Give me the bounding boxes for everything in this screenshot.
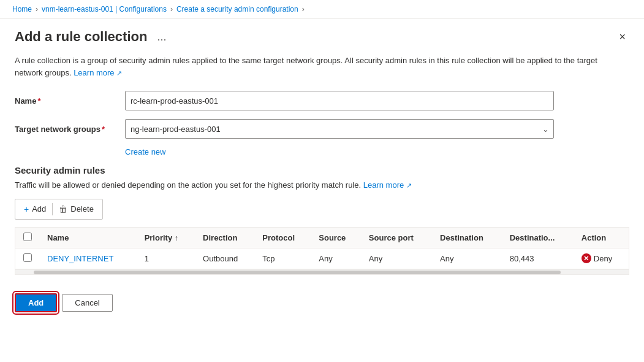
more-options-button[interactable]: ...: [153, 29, 170, 45]
network-groups-label: Target network groups*: [15, 125, 125, 134]
breadcrumb-sep-2: ›: [170, 5, 173, 13]
external-link-icon: ↗: [116, 69, 122, 77]
network-groups-form-group: Target network groups* ng-learn-prod-eas…: [15, 119, 629, 139]
breadcrumb-configurations[interactable]: vnm-learn-eastus-001 | Configurations: [42, 5, 167, 13]
security-rules-desc: Traffic will be allowed or denied depend…: [15, 179, 629, 191]
col-priority: Priority ↑: [137, 228, 195, 248]
plus-icon: +: [24, 204, 29, 214]
action-label: Deny: [594, 254, 612, 263]
add-button[interactable]: Add: [15, 293, 57, 312]
page-header: Add a rule collection ... ×: [15, 29, 629, 45]
rules-table-wrapper: Name Priority ↑ Direction Protocol Sourc: [15, 227, 629, 275]
scroll-thumb: [34, 271, 561, 274]
page-title: Add a rule collection: [15, 29, 147, 45]
table-body: DENY_INTERNET 1 Outbound Tcp Any Any Any…: [15, 248, 629, 269]
delete-button-label: Delete: [70, 204, 94, 214]
col-destination: Destination: [433, 228, 502, 248]
name-form-group: Name*: [15, 91, 629, 110]
page-title-row: Add a rule collection ...: [15, 29, 170, 45]
name-required-star: *: [37, 96, 40, 106]
breadcrumb-sep-1: ›: [36, 5, 38, 13]
add-rule-button[interactable]: + Add: [20, 202, 50, 217]
row-destination-port-cell: 80,443: [502, 248, 574, 269]
description-text: A rule collection is a group of security…: [15, 55, 615, 79]
row-checkbox[interactable]: [23, 253, 32, 262]
select-all-header: [15, 228, 40, 248]
col-protocol: Protocol: [255, 228, 311, 248]
security-rules-external-icon: ↗: [406, 182, 412, 189]
breadcrumb-home[interactable]: Home: [12, 5, 32, 13]
security-rules-learn-more-label: Learn more: [363, 180, 404, 190]
table-header: Name Priority ↑ Direction Protocol Sourc: [15, 228, 629, 248]
select-all-checkbox[interactable]: [23, 233, 32, 241]
security-rules-heading: Security admin rules: [15, 165, 629, 175]
footer-buttons: Add Cancel: [0, 285, 644, 321]
breadcrumb: Home › vnm-learn-eastus-001 | Configurat…: [0, 0, 644, 19]
row-protocol-cell: Tcp: [255, 248, 311, 269]
row-source-port-cell: Any: [362, 248, 433, 269]
network-groups-dropdown[interactable]: ng-learn-prod-eastus-001: [125, 119, 554, 139]
breadcrumb-create-config[interactable]: Create a security admin configuration: [176, 5, 298, 13]
rules-table: Name Priority ↑ Direction Protocol Sourc: [15, 228, 629, 269]
description-learn-more-link[interactable]: Learn more ↗: [74, 68, 122, 77]
security-rules-learn-more-link[interactable]: Learn more ↗: [363, 180, 412, 190]
action-badge: ✕ Deny: [581, 253, 621, 263]
close-button[interactable]: ×: [615, 30, 629, 44]
row-destination-cell: Any: [433, 248, 502, 269]
col-name: Name: [40, 228, 137, 248]
rules-toolbar: + Add 🗑 Delete: [15, 199, 103, 220]
create-new-link[interactable]: Create new: [125, 147, 629, 156]
toolbar-separator: [52, 203, 53, 215]
add-button-label: Add: [32, 204, 46, 214]
main-content: Add a rule collection ... × A rule colle…: [0, 19, 644, 285]
delete-rule-button[interactable]: 🗑 Delete: [55, 202, 97, 217]
delete-icon: 🗑: [59, 204, 67, 214]
breadcrumb-sep-3: ›: [302, 5, 305, 13]
table-row: DENY_INTERNET 1 Outbound Tcp Any Any Any…: [15, 248, 629, 269]
row-name-cell: DENY_INTERNET: [40, 248, 137, 269]
col-destination-port: Destinatio...: [502, 228, 574, 248]
col-direction: Direction: [195, 228, 255, 248]
page-wrapper: Home › vnm-learn-eastus-001 | Configurat…: [0, 0, 644, 362]
network-groups-required-star: *: [102, 125, 105, 134]
name-input[interactable]: [125, 91, 554, 110]
row-checkbox-cell: [15, 248, 40, 269]
cancel-button[interactable]: Cancel: [62, 294, 112, 312]
name-label: Name*: [15, 96, 125, 106]
row-action-cell: ✕ Deny: [574, 248, 629, 269]
row-source-cell: Any: [311, 248, 362, 269]
col-source: Source: [311, 228, 362, 248]
description-learn-more-label: Learn more: [74, 68, 114, 77]
deny-icon: ✕: [581, 253, 591, 263]
col-source-port: Source port: [362, 228, 433, 248]
row-direction-cell: Outbound: [195, 248, 255, 269]
horizontal-scrollbar[interactable]: [15, 269, 629, 274]
network-groups-dropdown-wrapper: ng-learn-prod-eastus-001 ⌄: [125, 119, 554, 139]
row-name-link[interactable]: DENY_INTERNET: [47, 254, 113, 263]
row-priority-cell: 1: [137, 248, 195, 269]
col-action: Action: [574, 228, 629, 248]
